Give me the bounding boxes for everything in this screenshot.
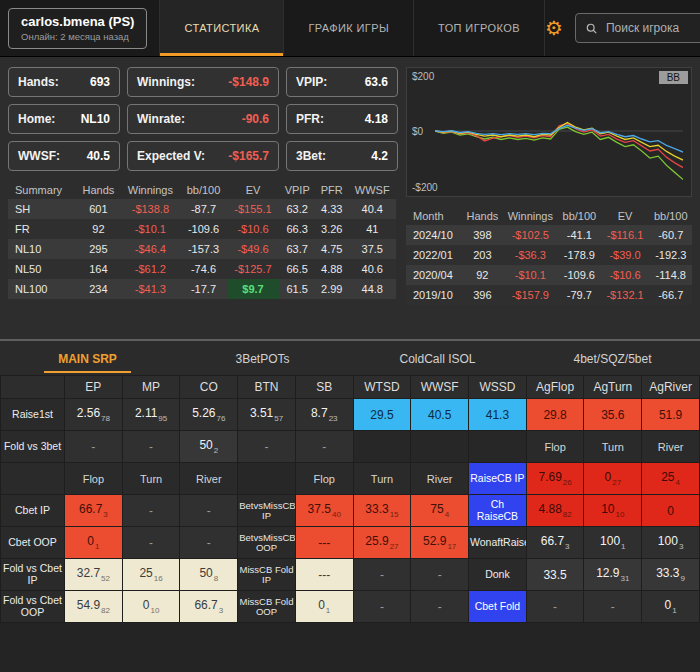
table-cell: 40.5 [411,399,469,431]
table-cell: 2020/04 [406,265,462,285]
table-cell: Cbet Fold [469,591,527,623]
sample-size: 23 [329,414,338,423]
table-cell: SH [8,199,77,219]
table-cell: MissCB Fold IP [238,559,296,591]
table-cell: 508 [180,559,238,591]
stat-value: -$148.9 [228,75,269,89]
search-input[interactable] [604,20,700,36]
table-cell: -192.3 [649,245,692,265]
column-header: Winnings [120,181,180,199]
table-cell: NL100 [8,279,77,299]
table-cell: Raise1st [1,399,65,431]
column-header: EV [227,181,280,199]
sample-size: 76 [217,414,226,423]
table-cell: Flop [295,463,353,495]
column-header: MP [122,376,180,399]
table-cell: MissCB Fold OOP [238,591,296,623]
sample-size: 82 [563,510,572,519]
stat-value: 63.6 [365,75,388,89]
table-row: Fold vs Cbet IP32.7522516508MissCB Fold … [1,559,700,591]
stat-label: VPIP: [296,75,327,89]
player-selector[interactable]: carlos.bmena (PS) Онлайн: 2 месяца назад [8,8,147,49]
bb-unit-toggle[interactable]: BB [659,71,688,84]
table-cell: -$125.7 [227,259,280,279]
search-box[interactable] [575,13,700,43]
column-header: Summary [8,181,77,199]
table-row: Fold vs Cbet OOP54.98201066.73MissCB Fol… [1,591,700,623]
table-cell: -$157.9 [503,285,559,305]
stat-box-wwsf: WWSF: 40.5 [8,141,120,171]
stat-box-home: Home: NL10 [8,104,120,134]
tab-game-graph[interactable]: ГРАФИК ИГРЫ [283,0,413,56]
table-cell: --- [295,559,353,591]
column-header: AgFlop [526,376,584,399]
table-cell: 295 [77,239,121,259]
table-cell: -87.7 [180,199,226,219]
table-cell: - [353,559,411,591]
table-cell: 1001 [584,527,642,559]
table-row: FR92-$10.1-109.6-$10.666.33.2641 [8,219,396,239]
sample-size: 78 [101,414,110,423]
table-cell: -$10.1 [503,265,559,285]
table-cell: 0 [642,495,700,527]
table-cell: -$10.6 [227,219,280,239]
sample-size: 27 [612,478,621,487]
settings-gear-icon[interactable]: ⚙ [545,18,563,38]
tab-3betpots[interactable]: 3BetPOTs [175,341,350,375]
sample-size: 4 [445,510,449,519]
table-cell: -79.7 [558,285,600,305]
table-cell: $9.7 [227,279,280,299]
sample-size: 17 [447,542,456,551]
table-cell [469,431,527,463]
sample-size: 82 [101,606,110,615]
table-cell: 234 [77,279,121,299]
table-cell: -157.3 [180,239,226,259]
table-cell: 52.917 [411,527,469,559]
table-cell: 502 [180,431,238,463]
tab-top-players[interactable]: ТОП ИГРОКОВ [413,0,545,56]
column-header: bb/100 [180,181,226,199]
table-cell: -74.6 [180,259,226,279]
column-header: VPIP [279,181,315,199]
table-cell: 396 [462,285,502,305]
header-row: MonthHandsWinningsbb/100EVbb/100 [406,207,692,225]
table-cell: River [411,463,469,495]
table-row: Raise1st2.56782.11955.26763.51578.72329.… [1,399,700,431]
sample-size: 52 [101,574,110,583]
stat-label: Hands: [18,75,59,89]
column-header: Hands [462,207,502,225]
tab-main-srp[interactable]: MAIN SRP [0,341,175,375]
stat-label: Winrate: [137,112,185,126]
table-cell: Fold vs 3bet [1,431,65,463]
table-cell: 29.5 [353,399,411,431]
table-cell: 4.33 [315,199,349,219]
y-axis-label-bottom: -$200 [412,182,438,193]
stat-box-expected-value: Expected V: -$165.7 [127,141,279,171]
table-row: FlopTurnRiverFlopTurnRiverRaiseCB IP7.69… [1,463,700,495]
table-cell: - [584,591,642,623]
tab-coldcall-isol[interactable]: ColdCall ISOL [350,341,525,375]
table-cell: -$39.0 [601,245,650,265]
y-axis-label-zero: $0 [412,126,423,137]
stat-label: Home: [18,112,55,126]
table-cell: 7.6926 [526,463,584,495]
winnings-line [435,127,683,179]
sample-size: 1 [95,542,99,551]
table-cell: -$61.2 [120,259,180,279]
table-cell: 92 [77,219,121,239]
column-header [1,376,65,399]
table-cell: 010 [122,591,180,623]
table-cell: 35.6 [584,399,642,431]
stat-box-vpip: VPIP: 63.6 [286,67,398,97]
column-header: WSSD [469,376,527,399]
table-cell [1,463,65,495]
table-cell: Flop [526,431,584,463]
table-cell: River [642,431,700,463]
tab-statistics[interactable]: СТАТИСТИКА [159,0,283,56]
table-row: NL10295-$46.4-157.3-$49.663.74.7537.5 [8,239,396,259]
table-cell: -$10.1 [120,219,180,239]
tab-4bet-sqz-5bet[interactable]: 4bet/SQZ/5bet [525,341,700,375]
table-cell: 63.2 [279,199,315,219]
column-header: AgRiver [642,376,700,399]
table-cell: 54.982 [65,591,123,623]
